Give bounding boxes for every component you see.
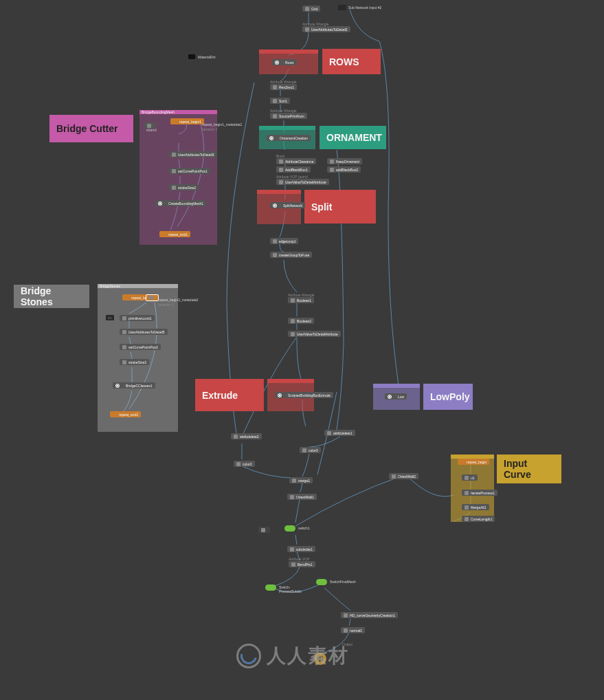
sticker-sub-input[interactable]	[338, 5, 346, 10]
node-boolean1[interactable]: Boolean1	[288, 297, 314, 303]
annotation-split: Split	[304, 190, 376, 223]
annotation-lowpoly: LowPoly	[423, 384, 473, 410]
label-sub-input: Sub-Network Input #2	[348, 6, 381, 10]
node-primcount1[interactable]: primitivecount1	[120, 315, 155, 321]
label-rb2-meta: repeat_begin2_metadata2	[158, 298, 198, 302]
netbox-title: BridgeBoundingMesh	[139, 110, 177, 114]
node-edgecusp[interactable]: edgecusp1	[270, 238, 298, 244]
node-normal1[interactable]: normal1	[341, 627, 365, 633]
annotation-input-curve: Input Curve	[497, 455, 561, 483]
label-rb1-meta: repeat_begin1_metadata1	[202, 122, 242, 127]
node-setcurvepoint1[interactable]: setCurvePointPos1	[169, 168, 210, 174]
node-addblock1[interactable]: AddBlackBox1	[276, 166, 311, 173]
node-rb2-meta-box[interactable]	[146, 294, 159, 301]
node-repeat-end2[interactable]: repeat_end2	[110, 411, 141, 417]
node-switch1[interactable]	[258, 527, 270, 533]
node-create-bb-mesh[interactable]: 〈CreateBoundingMesh1	[155, 200, 206, 206]
node-create-group-fuse[interactable]: createGroupToFuse	[270, 252, 312, 258]
node-resize[interactable]: ResZero1	[270, 84, 297, 90]
node-ornament-creation[interactable]: 〈OrnamentCreation	[267, 135, 311, 141]
node-orientwall2[interactable]: OrientWall2	[389, 473, 418, 479]
node-attribdelete1[interactable]: attribdelete1	[324, 430, 355, 436]
node-split-network[interactable]: 〈SplitNetwork	[270, 202, 305, 208]
node-attr-clear[interactable]: AttributeClearance	[276, 158, 316, 164]
annotation-extrude: Extrude	[195, 379, 264, 411]
node-sort1[interactable]: Sort1	[270, 98, 290, 104]
annotation-rows: ROWS	[322, 49, 381, 74]
node-user-attr-detail[interactable]: UserAttributesToDetail2	[302, 26, 350, 32]
camera-icon[interactable]	[188, 54, 195, 59]
node-uva2detail3[interactable]: UserAttributesToDetail3	[169, 151, 217, 157]
node-grid[interactable]: Grid	[302, 6, 320, 12]
netbox-title: BridgeStones	[98, 284, 122, 288]
watermark-logo-icon	[236, 644, 261, 668]
node-strokesize2[interactable]: strokeSize2	[169, 184, 199, 190]
node-source-prim[interactable]: SourcePrimNum	[270, 113, 307, 119]
node-curve-length[interactable]: CurveLength1	[462, 516, 495, 522]
node-attribdelete2[interactable]: attribdelete2	[231, 433, 262, 439]
node-repeat-begin1[interactable]: repeat_begin1	[170, 118, 204, 124]
switch-preview[interactable]: Switch-PreviewSubdiv	[265, 584, 276, 591]
node-rows[interactable]: 〈Rows	[272, 59, 297, 65]
label-rb1-iter: Iteration 1	[202, 127, 217, 131]
node-orientwall1[interactable]: OrientWall1	[287, 494, 317, 500]
node-repeat-end1[interactable]: repeat_end1	[159, 231, 190, 237]
node-merge1[interactable]: merge1	[289, 477, 313, 483]
node-strokesize3[interactable]: strokeSize3	[120, 359, 149, 365]
label-xform1: xform1	[146, 128, 157, 132]
node-addblock2[interactable]: addBlackBox2	[327, 166, 361, 173]
node-hdcurve[interactable]: HD_curveGeometryCreation1	[341, 612, 398, 618]
node-boolean2[interactable]: Boolean2	[288, 318, 314, 324]
node-color2[interactable]: color2	[234, 461, 255, 467]
node-uva-bool[interactable]: UserValueToDetailAttribute	[288, 331, 341, 337]
annotation-ornament: ORNAMENT	[320, 126, 386, 149]
node-curve-iterprocess[interactable]: IterateProcess1	[462, 490, 497, 496]
node-curve-u1[interactable]: u1	[462, 474, 478, 481]
node-curve-merge[interactable]: MergeAll1	[462, 504, 489, 510]
label-rb2-iter: Iteration 1	[158, 303, 173, 307]
annotation-bridge-cutter: Bridge Cutter	[49, 115, 133, 142]
node-bridge-classes[interactable]: 〈BridgeCClasses1	[113, 382, 155, 389]
switch-final[interactable]: SwitchFinalMesh	[316, 579, 327, 585]
annotation-bridge-stones: Bridge Stones	[14, 285, 89, 308]
sticker-0-1: 0.1	[106, 315, 114, 320]
node-setcurvepoint2[interactable]: setCurvePointPos2	[120, 344, 161, 350]
switch-switch1[interactable]: switch1	[284, 525, 295, 532]
node-curve-repeat-begin[interactable]: repeat_begin	[458, 459, 489, 465]
node-keep-ornament[interactable]: KeepOrnament	[327, 158, 362, 164]
watermark: 人人素材	[236, 643, 349, 669]
label-camera: MaterialDirt	[198, 55, 216, 59]
node-color3[interactable]: color3	[300, 447, 321, 453]
connection-wires	[0, 0, 604, 700]
node-subdivide1[interactable]: subdivide1	[287, 546, 315, 552]
node-uva-orn[interactable]: UserValueToDetailAttribute	[276, 179, 329, 185]
node-low[interactable]: 〈Low	[385, 393, 407, 400]
node-uva2detail5[interactable]: UserAttributesToDetail5	[120, 329, 168, 335]
node-bendpts1[interactable]: BendPts1	[289, 561, 315, 567]
watermark-text: 人人素材	[267, 643, 349, 669]
node-scripted-bbox-extrude[interactable]: 〈ScriptedBuildingBoxExtrude	[275, 392, 333, 398]
